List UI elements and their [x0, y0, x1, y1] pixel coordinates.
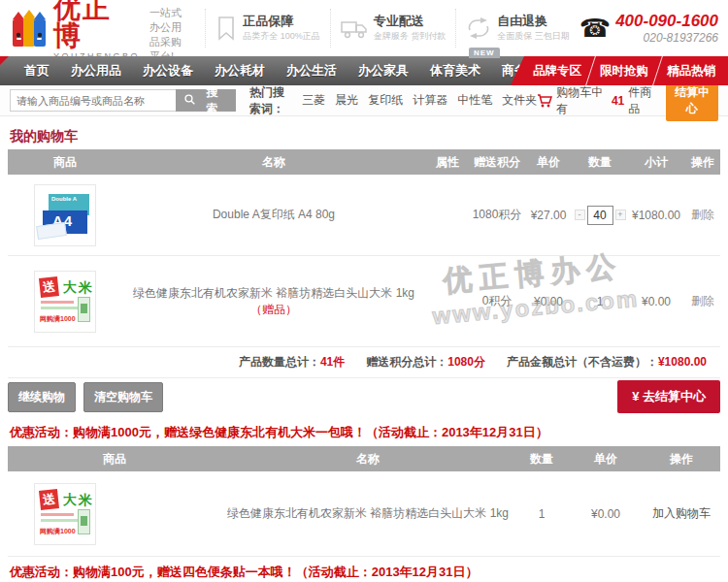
hot-word-chenguang[interactable]: 晨光	[335, 92, 358, 109]
checkout-center-button[interactable]: 结算中心	[666, 81, 718, 121]
search-button[interactable]: 搜 索	[176, 89, 236, 112]
product-image-rice[interactable]: 送 大米 网购满1000	[34, 271, 96, 333]
col-header-price: 单价	[524, 154, 573, 171]
rice-send-label: 送	[39, 276, 59, 298]
hotline-number: 400-090-1600	[615, 12, 718, 31]
rice-deco-line	[41, 519, 80, 522]
hot-keywords: 热门搜索词： 三菱 晨光 复印纸 计算器 中性笔 文件夹	[249, 84, 537, 117]
product-subtotal: ¥1080.00	[627, 209, 685, 222]
nav-item-consumables[interactable]: 办公耗材	[204, 56, 276, 85]
bookmark-icon	[215, 16, 237, 41]
cart-summary-suffix: 件商品	[628, 84, 659, 117]
main-nav: NEW 首页 办公用品 办公设备 办公耗材 办公生活 办公家具 体育美术 商务礼…	[0, 56, 728, 85]
clear-cart-button[interactable]: 清空购物车	[83, 382, 163, 412]
product-image-paper[interactable]: Double A A4	[34, 184, 96, 246]
feature-title: 正品保障	[243, 14, 320, 29]
go-checkout-button[interactable]: ¥ 去结算中心	[617, 380, 720, 413]
col-header-product: 商品	[8, 154, 122, 171]
service-features: 正品保障 品类齐全 100%正品 专业配送 金牌服务 货到付款 自由退换 全面质…	[205, 9, 579, 48]
paper-ream	[36, 221, 67, 239]
gift-table-header: 商品 名称 数量 单价 操作	[8, 446, 720, 471]
nav-item-office-supplies[interactable]: 办公用品	[60, 56, 132, 85]
nav-item-furniture[interactable]: 办公家具	[347, 56, 419, 85]
phone-icon: ☎	[579, 16, 611, 41]
cart-icon	[537, 94, 552, 108]
cart-actions: 继续购物 清空购物车 ¥ 去结算中心	[0, 378, 728, 415]
nav-promo-zone: 品牌专区 限时抢购 精品热销	[511, 56, 728, 85]
feature-authentic: 正品保障 品类齐全 100%正品	[205, 9, 330, 48]
feature-title: 专业配送	[374, 14, 447, 29]
nav-item-sports-art[interactable]: 体育美术	[419, 56, 491, 85]
delete-link[interactable]: 删除	[691, 208, 714, 221]
search-input[interactable]	[10, 89, 176, 112]
total-amount: 产品金额总计（不含运费）：¥1080.00	[507, 354, 707, 371]
feature-sub: 全面质保 三包日期	[497, 30, 570, 43]
product-points: 0积分	[470, 293, 524, 309]
col-header-name: 名称	[122, 154, 425, 171]
hot-word-mitsubishi[interactable]: 三菱	[302, 92, 325, 109]
cart-table: 商品 名称 属性 赠送积分 单价 数量 小计 操作 Double A A4 Do…	[8, 149, 720, 347]
cart-row-rice: 送 大米 网购满1000 绿色健康东北有机农家新米 裕膳坊精选白头山大米 1kg…	[8, 256, 720, 347]
nav-item-hot-picks[interactable]: 精品热销	[658, 56, 724, 85]
truck-icon	[341, 16, 368, 40]
product-name: 绿色健康东北有机农家新米 裕膳坊精选白头山大米 1kg（赠品）	[122, 285, 425, 318]
rice-deco-line	[41, 307, 80, 309]
qty-increase-button[interactable]: +	[615, 210, 626, 220]
nav-item-brand-zone[interactable]: 品牌专区	[524, 56, 590, 85]
hotline: ☎ 400-090-1600 020-81937266	[579, 12, 718, 45]
search-button-label: 搜 索	[199, 84, 227, 117]
col-header-attr: 属性	[425, 154, 470, 171]
product-price: ¥27.00	[524, 209, 573, 222]
rice-send-label: 送	[39, 489, 59, 510]
rice-label: 大米	[63, 279, 94, 297]
col-header-price: 单价	[569, 451, 643, 468]
cart-table-header: 商品 名称 属性 赠送积分 单价 数量 小计 操作	[8, 149, 720, 175]
promo-banner-1000: 优惠活动：购物满1000元，赠送绿色健康东北有机大米一包哦！（活动截止：2013…	[0, 415, 728, 446]
feature-sub: 品类齐全 100%正品	[243, 30, 320, 43]
col-header-subtotal: 小计	[627, 154, 685, 171]
qty-input[interactable]	[587, 206, 613, 225]
product-price: ¥0.00	[524, 295, 573, 308]
col-header-action: 操作	[643, 451, 720, 468]
quantity-stepper: - +	[573, 206, 627, 225]
product-points: 1080积分	[470, 207, 524, 223]
hot-keywords-label: 热门搜索词：	[249, 84, 292, 117]
hot-word-calculator[interactable]: 计算器	[413, 92, 447, 109]
product-image-rice[interactable]: 送 大米 网购满1000	[34, 483, 96, 545]
qty-decrease-button[interactable]: -	[575, 210, 585, 220]
rice-deco-line	[41, 301, 74, 304]
continue-shopping-button[interactable]: 继续购物	[8, 382, 76, 412]
hot-word-copy-paper[interactable]: 复印纸	[368, 92, 403, 109]
delete-link[interactable]: 删除	[691, 294, 714, 307]
nav-item-office-equipment[interactable]: 办公设备	[132, 56, 204, 85]
promo-banner-100: 优惠活动：购物满100元，赠送四色便条贴一本哦！（活动截止：2013年12月31…	[0, 557, 728, 582]
gift-tag: （赠品）	[250, 303, 297, 316]
col-header-points: 赠送积分	[470, 154, 524, 171]
pencils-logo-icon	[10, 8, 49, 48]
search-bar: 搜 索 热门搜索词： 三菱 晨光 复印纸 计算器 中性笔 文件夹 购物车中有 4…	[0, 85, 728, 116]
nav-item-flash-sale[interactable]: 限时抢购	[591, 56, 657, 85]
add-to-cart-link[interactable]: 加入购物车	[652, 506, 711, 520]
gift-row-rice: 送 大米 网购满1000 绿色健康东北有机农家新米 裕膳坊精选白头山大米 1kg…	[8, 471, 720, 557]
rice-promo-label: 网购满1000	[40, 314, 76, 324]
nav-item-office-life[interactable]: 办公生活	[276, 56, 347, 85]
brand-tagline: 一站式办公用品采购平台!	[149, 6, 191, 64]
search-icon	[184, 94, 195, 108]
product-qty: 1	[514, 507, 569, 521]
feature-sub: 金牌服务 货到付款	[374, 30, 447, 43]
product-name: Double A复印纸 A4 80g	[122, 207, 425, 223]
col-header-name: 名称	[221, 451, 514, 468]
hot-word-folder[interactable]: 文件夹	[502, 92, 537, 109]
feature-title: 自由退换	[497, 14, 570, 29]
nav-item-home[interactable]: 首页	[14, 56, 60, 85]
product-subtotal: ¥0.00	[627, 295, 685, 308]
exchange-icon	[466, 16, 491, 40]
site-header: 优正博 YOUZHENGBO 一站式办公用品采购平台! 正品保障 品类齐全 10…	[0, 0, 728, 56]
hotline-number-alt: 020-81937266	[615, 31, 718, 45]
rice-deco-line	[41, 513, 74, 516]
hot-word-gel-pen[interactable]: 中性笔	[457, 92, 492, 109]
rice-label: 大米	[63, 492, 94, 509]
gift-table: 商品 名称 数量 单价 操作 送 大米 网购满1000 绿色健康东北有机农家新米…	[8, 446, 720, 557]
logo[interactable]: 优正博 YOUZHENGBO	[10, 0, 140, 61]
cart-count: 41	[612, 94, 624, 108]
